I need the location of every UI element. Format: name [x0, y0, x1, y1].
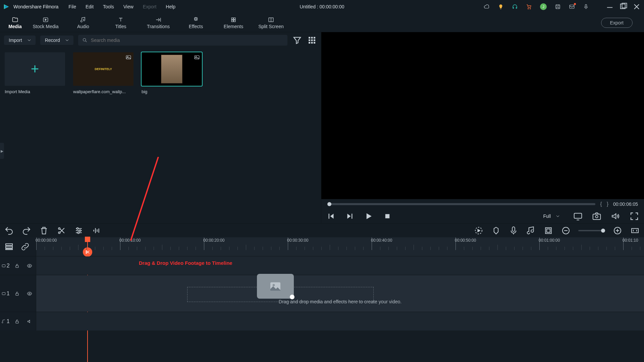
menu-file[interactable]: File [68, 4, 76, 9]
media-tile-1[interactable]: DEFINITELY wallpaperflare.com_wallp... [73, 52, 133, 94]
stop-icon[interactable] [382, 211, 392, 221]
tab-audio[interactable]: Audio [64, 13, 102, 32]
menu-tools[interactable]: Tools [103, 4, 114, 9]
mark-in-icon[interactable]: { [600, 201, 602, 207]
zoom-out-icon[interactable] [561, 226, 571, 236]
ruler-minor-tick [506, 247, 506, 250]
display-icon[interactable] [573, 211, 583, 221]
video-track-2-body[interactable] [36, 256, 644, 275]
playhead-cut-icon[interactable] [83, 247, 92, 257]
grid-view-icon[interactable] [307, 35, 317, 45]
scrub-track[interactable] [327, 203, 595, 205]
headset-icon[interactable] [512, 4, 518, 10]
svg-point-36 [58, 228, 60, 229]
eye-icon[interactable] [24, 289, 35, 299]
undo-icon[interactable] [4, 226, 14, 236]
eye-icon[interactable] [24, 261, 35, 271]
marker-icon[interactable] [491, 226, 501, 236]
menu-edit[interactable]: Edit [86, 4, 94, 9]
menu-view[interactable]: View [123, 4, 133, 9]
split-icon[interactable] [56, 226, 66, 236]
import-media-tile[interactable]: + Import Media [5, 52, 65, 94]
track-manager-icon[interactable] [4, 242, 14, 252]
next-frame-icon[interactable] [345, 211, 355, 221]
mute-icon[interactable] [24, 316, 35, 326]
ruler-minor-tick [271, 247, 271, 250]
audio-mixer-icon[interactable] [526, 226, 536, 236]
save-icon[interactable] [555, 4, 561, 10]
menu-export[interactable]: Export [143, 4, 156, 9]
maximize-button[interactable] [619, 2, 628, 11]
timeline-ruler[interactable]: 00:00:00:00 00:00:10:0000:00:20:0000:00:… [36, 237, 644, 256]
svg-point-58 [86, 251, 87, 252]
tab-elements[interactable]: Elements [215, 13, 252, 32]
ruler-minor-tick [103, 247, 104, 250]
preview-quality-dropdown[interactable]: Full [538, 212, 564, 221]
preview-quality-label: Full [543, 214, 551, 219]
cart-icon[interactable] [526, 4, 532, 10]
filter-icon[interactable] [292, 35, 302, 45]
menu-help[interactable]: Help [166, 4, 175, 9]
record-dropdown[interactable]: Record [40, 36, 73, 45]
volume-icon[interactable] [610, 211, 621, 221]
crop-icon[interactable] [543, 226, 553, 236]
svg-rect-33 [574, 213, 582, 218]
svg-rect-61 [16, 265, 18, 267]
mark-out-icon[interactable]: } [607, 201, 608, 207]
media-tile-2[interactable]: big [142, 52, 202, 94]
delete-icon[interactable] [39, 226, 49, 236]
ruler-minor-tick [221, 247, 221, 250]
export-button[interactable]: Export [601, 18, 633, 28]
tab-effects[interactable]: Effects [177, 13, 215, 32]
lock-icon[interactable] [12, 289, 22, 299]
tab-transitions[interactable]: Transitions [140, 13, 177, 32]
close-button[interactable] [632, 2, 641, 11]
mic-icon[interactable] [583, 4, 589, 10]
zoom-slider[interactable] [578, 230, 605, 231]
expand-sidebar-icon[interactable]: ▸ [0, 143, 4, 159]
edit-properties-icon[interactable] [74, 226, 84, 236]
play-icon[interactable] [364, 211, 374, 221]
prev-frame-icon[interactable] [326, 211, 336, 221]
tile-2-label: big [142, 89, 202, 94]
zoom-in-icon[interactable] [612, 226, 623, 236]
audio-track-1-body[interactable] [36, 312, 644, 330]
audio-levels-icon[interactable] [91, 226, 101, 236]
scrub-head[interactable] [327, 202, 331, 206]
svg-rect-2 [556, 5, 560, 9]
svg-rect-14 [234, 20, 235, 21]
zoom-slider-knob[interactable] [601, 229, 605, 233]
lock-icon[interactable] [12, 261, 22, 271]
search-input[interactable] [91, 38, 283, 43]
ruler-label: 00:00:50:00 [455, 238, 476, 243]
zoom-fit-icon[interactable] [630, 226, 640, 236]
svg-rect-20 [311, 37, 313, 39]
tab-stock-media[interactable]: Stock Media [27, 13, 64, 32]
tab-split-screen[interactable]: Split Screen [252, 13, 290, 32]
redo-icon[interactable] [21, 226, 32, 236]
playhead-flag-icon [85, 237, 90, 242]
voiceover-icon[interactable] [508, 226, 519, 236]
import-dropdown[interactable]: Import [4, 36, 36, 45]
lock-icon[interactable] [12, 316, 22, 326]
link-icon[interactable] [20, 242, 30, 252]
ruler-minor-tick [497, 245, 498, 250]
video-track-1-body[interactable]: Drag and drop media and effects here to … [36, 275, 644, 312]
avatar[interactable]: J [540, 3, 547, 10]
snapshot-icon[interactable] [592, 211, 602, 221]
lightbulb-icon[interactable] [498, 4, 504, 10]
tab-titles[interactable]: Titles [102, 13, 140, 32]
tab-titles-label: Titles [115, 24, 126, 29]
message-icon[interactable] [569, 4, 575, 10]
search-box[interactable] [78, 35, 287, 46]
minimize-button[interactable] [605, 2, 614, 11]
render-preview-icon[interactable] [474, 226, 484, 236]
cloud-icon[interactable] [484, 4, 490, 10]
preview-surface[interactable] [321, 32, 644, 199]
fullscreen-icon[interactable] [629, 211, 639, 221]
ruler-minor-tick [321, 247, 322, 250]
ruler-minor-tick [338, 247, 338, 250]
ruler-label: 00:00:40:00 [371, 238, 392, 243]
ruler-minor-tick [179, 247, 179, 250]
tab-media[interactable]: Media [3, 13, 27, 32]
